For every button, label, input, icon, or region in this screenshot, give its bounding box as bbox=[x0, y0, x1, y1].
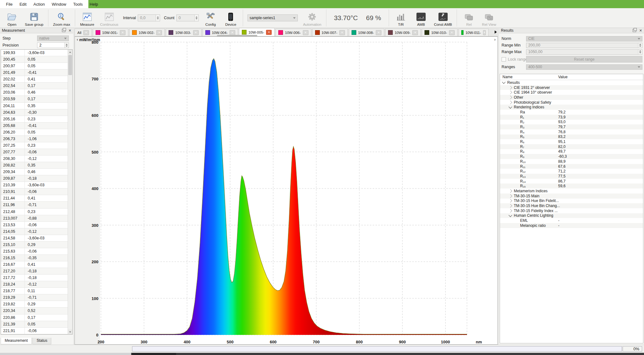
measurement-row[interactable]: 203,59 0,17 bbox=[1, 96, 72, 102]
chevron-right-icon[interactable] bbox=[508, 194, 512, 198]
measurement-row[interactable]: 217,20 -0,18 bbox=[1, 268, 72, 275]
config-button[interactable]: Config bbox=[201, 8, 221, 28]
measurement-row[interactable]: 213,53 -0,06 bbox=[1, 222, 72, 228]
tree-item[interactable]: Results bbox=[500, 80, 643, 85]
count-spin-arrows[interactable] bbox=[194, 15, 198, 21]
measurement-row[interactable]: 207,25 0,23 bbox=[1, 142, 72, 149]
measurement-row[interactable]: 210,39 -3,60e-03 bbox=[1, 182, 72, 188]
chevron-right-icon[interactable] bbox=[508, 199, 512, 203]
measurement-row[interactable]: 205,68 -0,41 bbox=[1, 123, 72, 129]
measurement-row[interactable]: 199,93 -3,60e-03 bbox=[1, 50, 72, 56]
measurement-row[interactable]: 213,007 -0,88 bbox=[1, 215, 72, 222]
chart-tab-10W-006-[interactable]: 10W-006- ✕ bbox=[275, 29, 311, 36]
device-button[interactable]: Device bbox=[221, 8, 241, 28]
tree-item[interactable]: R₄ 76,8 bbox=[500, 129, 643, 134]
tree-item[interactable]: R₉ -60,3 bbox=[500, 154, 643, 159]
zoom-max-button[interactable]: Zoom max bbox=[50, 8, 73, 28]
continuous-button[interactable]: Continuous bbox=[97, 8, 121, 28]
tree-item[interactable]: Other bbox=[500, 95, 643, 100]
measurement-table-scrollbar[interactable] bbox=[68, 50, 72, 334]
chevron-right-icon[interactable] bbox=[508, 204, 512, 207]
chart-tab-10W-003-[interactable]: 10W-003- ✕ bbox=[166, 29, 201, 36]
chevron-right-icon[interactable] bbox=[508, 91, 512, 94]
tree-item[interactable]: TM-30-15 Hue Bin Fidelit... bbox=[500, 199, 643, 204]
taskbar-strip[interactable] bbox=[131, 353, 644, 355]
chevron-down-icon[interactable] bbox=[502, 80, 505, 84]
scroll-down-icon[interactable] bbox=[68, 330, 72, 334]
rel-button[interactable]: Rel bbox=[459, 8, 479, 28]
lock-range-checkbox[interactable] bbox=[502, 57, 506, 62]
chevron-down-icon[interactable] bbox=[508, 105, 512, 108]
measurement-row[interactable]: 211,44 0,41 bbox=[1, 195, 72, 202]
chart-tab-10W-009-[interactable]: 10W-009- ✕ bbox=[385, 29, 421, 36]
menu-window[interactable]: Window bbox=[49, 1, 69, 8]
tab-close-icon[interactable]: ✕ bbox=[230, 30, 235, 35]
chevron-right-icon[interactable] bbox=[508, 101, 512, 104]
measurement-row[interactable]: 215,10 0,29 bbox=[1, 242, 72, 248]
measurement-row[interactable]: 200,45 0,05 bbox=[1, 56, 72, 63]
measurement-row[interactable]: 209,87 -0,18 bbox=[1, 175, 72, 182]
tree-item[interactable]: R₇ 82,0 bbox=[500, 144, 643, 149]
tree-item[interactable]: CIE 1964 10° observer bbox=[500, 90, 643, 95]
measurement-row[interactable]: 221,39 0,05 bbox=[1, 321, 72, 328]
tree-item[interactable]: R₂ 93,0 bbox=[500, 120, 643, 125]
chevron-right-icon[interactable] bbox=[508, 86, 512, 89]
range-max-spinbox[interactable]: 1050,00 bbox=[526, 49, 642, 55]
tab-status[interactable]: Status bbox=[32, 338, 51, 344]
chart-tab-All[interactable]: All ✕ bbox=[75, 29, 92, 36]
measurement-row[interactable]: 201,49 -0,41 bbox=[1, 69, 72, 76]
tree-item[interactable]: EML - bbox=[500, 218, 643, 223]
ranges-select[interactable]: 400-500 bbox=[526, 64, 642, 70]
tree-item[interactable]: Melanopic ratio - bbox=[500, 223, 643, 228]
measure-button[interactable]: Measure bbox=[77, 8, 97, 28]
measurement-row[interactable]: 216,67 0,41 bbox=[1, 261, 72, 268]
chart-scroll-right-icon[interactable]: › bbox=[494, 37, 496, 42]
tab-close-icon[interactable]: ✕ bbox=[193, 30, 199, 35]
menu-tools[interactable]: Tools bbox=[70, 1, 86, 8]
close-panel-icon[interactable]: ✕ bbox=[69, 29, 71, 32]
close-panel-icon[interactable]: ✕ bbox=[639, 29, 642, 32]
series-select[interactable]: sample-series1 bbox=[247, 14, 298, 21]
chart-tab-10W-011-[interactable]: 10W-011- ✕ bbox=[458, 29, 489, 36]
range-max-spin-arrows[interactable] bbox=[638, 50, 642, 54]
tab-close-icon[interactable]: ✕ bbox=[83, 30, 89, 35]
tab-close-icon[interactable]: ✕ bbox=[339, 30, 345, 35]
tree-item[interactable]: R₁₁ 67,6 bbox=[500, 164, 643, 169]
measurement-row[interactable]: 202,54 0,17 bbox=[1, 83, 72, 89]
chevron-down-icon[interactable] bbox=[508, 213, 512, 217]
menu-help[interactable]: Help bbox=[87, 1, 101, 8]
scroll-up-icon[interactable] bbox=[68, 50, 72, 54]
tab-close-icon[interactable]: ✕ bbox=[376, 30, 381, 35]
menu-edit[interactable]: Edit bbox=[17, 1, 29, 8]
tree-item[interactable]: R₁₂ 71,2 bbox=[500, 169, 643, 174]
measurement-row[interactable]: 218,77 0,11 bbox=[1, 288, 72, 294]
tree-item[interactable]: TM-30-15 Fidelity Index ... bbox=[500, 208, 643, 213]
chart-scroll-left-icon[interactable]: ‹ bbox=[77, 37, 78, 42]
scrollbar-thumb[interactable] bbox=[68, 55, 72, 75]
tree-item[interactable]: CIE 1931 2° observer bbox=[500, 85, 643, 90]
menu-action[interactable]: Action bbox=[31, 1, 47, 8]
norm-select[interactable]: CIE bbox=[526, 36, 642, 41]
measurement-row[interactable]: 219,29 -0,71 bbox=[1, 294, 72, 301]
measurement-row[interactable]: 220,34 0,52 bbox=[1, 308, 72, 314]
tab-close-icon[interactable]: ✕ bbox=[266, 30, 272, 35]
tree-item[interactable]: R₁ 73,9 bbox=[500, 115, 643, 120]
measurement-row[interactable]: 216,15 -0,35 bbox=[1, 255, 72, 261]
chart-tab-10W-007-[interactable]: 10W-007- ✕ bbox=[312, 29, 348, 36]
range-min-spin-arrows[interactable] bbox=[638, 43, 642, 48]
tree-item[interactable]: Photobiological Safety bbox=[500, 100, 643, 105]
interval-spin-arrows[interactable] bbox=[156, 15, 160, 21]
chevron-right-icon[interactable] bbox=[508, 96, 512, 99]
tree-item[interactable]: R₁₄ 86,7 bbox=[500, 179, 643, 184]
measurement-row[interactable]: 215,63 -0,06 bbox=[1, 248, 72, 255]
measurement-row[interactable]: 220,86 0,17 bbox=[1, 314, 72, 321]
tree-item[interactable]: R₆ 95,1 bbox=[500, 139, 643, 144]
tab-measurement[interactable]: Measurement bbox=[1, 338, 32, 344]
measurement-row[interactable]: 209,34 0,46 bbox=[1, 169, 72, 175]
measurement-row[interactable]: 205,16 0,23 bbox=[1, 116, 72, 123]
reset-range-button[interactable]: Reset range bbox=[526, 56, 642, 63]
menu-file[interactable]: File bbox=[3, 1, 15, 8]
interval-spinbox[interactable]: 0,0 bbox=[138, 14, 160, 21]
measurement-row[interactable]: 210,91 -0,06 bbox=[1, 188, 72, 195]
save-group-button[interactable]: Save group bbox=[22, 8, 46, 28]
